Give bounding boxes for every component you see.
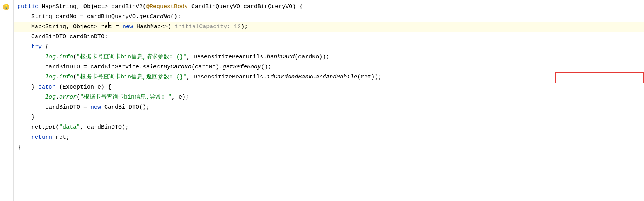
- comma-1: , DesensitizeBeanUtils.: [187, 53, 267, 62]
- keyword-return: return: [31, 133, 56, 142]
- end-put: );: [122, 123, 129, 132]
- indent-6: [17, 53, 45, 62]
- indent-12: [17, 113, 31, 122]
- hint-icon[interactable]: 💡: [3, 4, 9, 10]
- param-type: CardBinQueryVO cardBinQueryVO) {: [188, 2, 303, 12]
- dot-2: .: [56, 73, 59, 82]
- method-getsafebody: getSafeBody: [223, 63, 261, 72]
- dot-3: .: [56, 93, 59, 102]
- var-cardno: cardNo = cardBinQueryVO.: [56, 12, 139, 22]
- code-line-15: }: [14, 143, 644, 153]
- method-error: error: [59, 93, 77, 102]
- var-cardbindto-new: cardBinDTO: [45, 103, 80, 112]
- code-line-2: String cardNo = cardBinQueryVO.getCardNo…: [14, 12, 644, 22]
- comma-3: , e);: [172, 93, 189, 102]
- type-string: String: [31, 12, 56, 22]
- indent-9: [17, 83, 31, 92]
- type-cardbindto: CardBinDTO: [31, 32, 70, 42]
- hashmap-call: HashMap<>(: [136, 22, 175, 32]
- method-selectbycardno: selectByCardNo: [143, 63, 191, 72]
- dot-1: .: [56, 53, 59, 62]
- keyword-public: public: [17, 2, 42, 12]
- method-info-1: info: [59, 53, 73, 62]
- indent-13: [17, 123, 31, 132]
- cardbindto-ref: cardBinDTO: [87, 123, 122, 132]
- indent-14: [17, 133, 31, 142]
- brace-close-method: }: [17, 143, 21, 152]
- paren-put: (: [56, 123, 59, 132]
- paren-open-2: (: [73, 73, 77, 82]
- code-line-1: public Map<String, Object> cardBinV2(@Re…: [14, 2, 644, 12]
- call-ret: (ret));: [357, 73, 382, 82]
- method-bankcard: bankCard: [267, 53, 295, 62]
- brace-open-try: {: [45, 43, 49, 52]
- var-cardbindto-assign: cardBinDTO: [45, 63, 80, 72]
- indent-8: [17, 73, 45, 82]
- string-1: "根据卡号查询卡bin信息,请求参数: {}": [77, 53, 187, 62]
- code-line-3: Map<String, Object> ret = new HashMap<>(…: [14, 22, 644, 32]
- call-end: ();: [170, 12, 181, 22]
- call-cardno: (cardNo));: [295, 53, 329, 62]
- ret-put: ret.: [31, 123, 45, 132]
- indent-11: [17, 103, 45, 112]
- editor-container: 💡 public Map<String, Object> cardBinV2(@…: [0, 0, 644, 201]
- log-error: log: [45, 93, 56, 102]
- string-2: "根据卡号查询卡bin信息,返回参数: {}": [77, 73, 187, 82]
- comma-2: , DesensitizeBeanUtils.: [187, 73, 267, 82]
- line-gutter: 💡: [0, 0, 14, 201]
- indent-7: [17, 63, 45, 72]
- paren-open-3: (: [77, 93, 80, 102]
- indent-5: [17, 43, 31, 52]
- assign-7: = cardBinService.: [80, 63, 143, 72]
- code-line-12: }: [14, 113, 644, 123]
- code-line-11: cardBinDTO = new CardBinDTO();: [14, 103, 644, 113]
- hint-initialcapacity: initialCapacity: 12: [175, 22, 241, 32]
- return-ret: ret;: [56, 133, 70, 142]
- paren-open-1: (: [73, 53, 77, 62]
- var-ret-rest: t =: [109, 22, 123, 32]
- indent-10: [17, 93, 45, 102]
- type-map: Map<String, Object>: [42, 2, 111, 12]
- code-line-6: log.info("根据卡号查询卡bin信息,请求参数: {}", Desens…: [14, 53, 644, 63]
- keyword-new: new: [123, 22, 136, 32]
- code-line-4: CardBinDTO cardBinDTO;: [14, 32, 644, 43]
- string-data: "data": [59, 123, 80, 132]
- exception-sig: (Exception e) {: [59, 83, 111, 92]
- method-idcard-mobile: Mobile: [336, 73, 357, 82]
- code-area: public Map<String, Object> cardBinV2(@Re…: [14, 0, 644, 155]
- method-put: put: [45, 123, 56, 132]
- code-line-13: ret.put("data", cardBinDTO);: [14, 123, 644, 133]
- code-line-7: cardBinDTO = cardBinService.selectByCard…: [14, 63, 644, 73]
- code-line-8: log.info("根据卡号查询卡bin信息,返回参数: {}", Desens…: [14, 73, 644, 83]
- code-line-10: log.error("根据卡号查询卡bin信息,异常: ", e);: [14, 93, 644, 103]
- new-cardbindto: CardBinDTO: [104, 103, 139, 112]
- brace-close-catch: }: [31, 113, 35, 122]
- method-idcard: idCardAndBankCardAnd: [267, 73, 336, 82]
- annotation-requestbody: @RequestBody: [146, 2, 188, 12]
- keyword-try: try: [31, 43, 45, 52]
- brace-close-try: }: [31, 83, 38, 92]
- type-map2: Map<String, Object> re: [31, 22, 108, 32]
- string-3: "根据卡号查询卡bin信息,异常: ": [80, 93, 172, 102]
- log-info-1: log: [45, 53, 56, 62]
- code-line-5: try {: [14, 43, 644, 53]
- method-getcardno: getCardNo: [139, 12, 170, 22]
- indent-4: [17, 32, 31, 42]
- method-name: cardBinV2(: [111, 2, 146, 12]
- end-11: ();: [139, 103, 150, 112]
- semicolon-4: ;: [104, 32, 108, 42]
- log-info-2: log: [45, 73, 56, 82]
- keyword-catch: catch: [38, 83, 59, 92]
- keyword-new-2: new: [90, 103, 104, 112]
- red-highlight-box: [555, 72, 644, 83]
- assign-11: =: [80, 103, 90, 112]
- method-info-2: info: [59, 73, 73, 82]
- var-cardbindto: cardBinDTO: [70, 32, 104, 42]
- code-line-14: return ret;: [14, 133, 644, 143]
- comma-put: ,: [80, 123, 87, 132]
- end-7: ();: [261, 63, 271, 72]
- bracket-close: );: [241, 22, 248, 32]
- call-cardbinservice: (cardNo).: [191, 63, 223, 72]
- indent-2: [17, 12, 31, 22]
- indent-3: [17, 22, 31, 32]
